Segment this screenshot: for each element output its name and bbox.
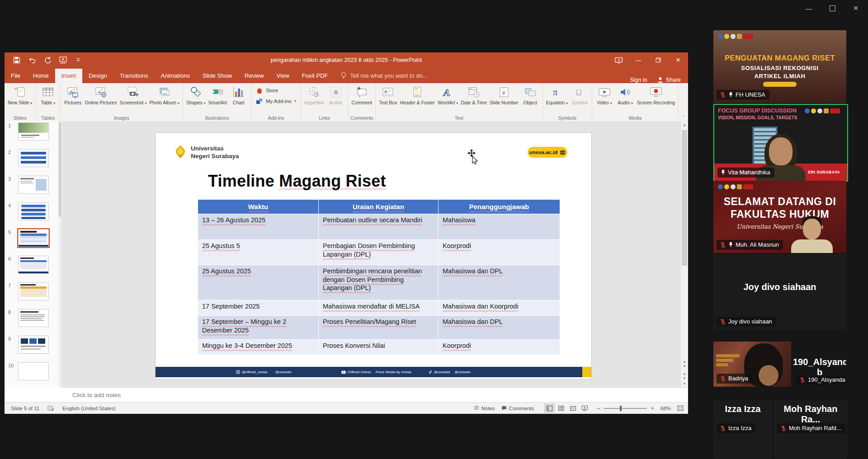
- zoom-out-icon[interactable]: −: [596, 405, 600, 412]
- tell-me-box[interactable]: Tell me what you want to do...: [334, 68, 434, 83]
- tab-home[interactable]: Home: [27, 69, 55, 83]
- slide-number-button[interactable]: #Slide Number: [488, 84, 520, 114]
- slide-thumb-preview[interactable]: [18, 282, 49, 300]
- slide-thumb-preview[interactable]: [18, 149, 49, 167]
- slide-thumbnail-2[interactable]: 2: [5, 148, 61, 174]
- video-tile-vita[interactable]: FOCUS GROUP DISCUSSIONVISION, MISSION, G…: [713, 104, 848, 182]
- slide-thumbnail-3[interactable]: 3: [5, 174, 61, 201]
- slide-thumb-preview[interactable]: [18, 336, 49, 354]
- action-button[interactable]: Action: [326, 84, 346, 114]
- video-tile-izza[interactable]: Izza IzzaIzza Izza: [713, 400, 772, 459]
- undo-icon[interactable]: [25, 54, 39, 66]
- scrollbar-thumb[interactable]: [682, 130, 687, 266]
- close-icon[interactable]: ×: [850, 4, 862, 13]
- table-button[interactable]: Table ▾: [38, 84, 58, 114]
- slide-thumb-preview[interactable]: [18, 122, 49, 141]
- symbol-button[interactable]: ΩSymbol: [569, 84, 590, 114]
- smartart-button[interactable]: SmartArt: [207, 84, 228, 114]
- slide-editing-area[interactable]: Universitas Negeri Surabaya unesa.ac.id …: [61, 121, 688, 387]
- previous-slide-icon[interactable]: ▲▲: [681, 360, 688, 367]
- equation-button[interactable]: πEquation ▾: [545, 84, 569, 114]
- screen-recording-button[interactable]: Screen Recording: [636, 84, 676, 114]
- tab-review[interactable]: Review: [238, 69, 270, 83]
- slide-thumbnail-10[interactable]: 10: [5, 361, 61, 387]
- slide-thumbnail-8[interactable]: 8: [5, 308, 61, 334]
- date-time-button[interactable]: Date & Time: [459, 84, 488, 114]
- start-slideshow-icon[interactable]: [56, 54, 70, 66]
- tab-slide-show[interactable]: Slide Show: [196, 69, 238, 83]
- object-button[interactable]: Object: [520, 84, 541, 114]
- slide-thumb-preview[interactable]: [18, 202, 49, 220]
- video-tile-alsyanda[interactable]: 190_Alsyanda b190_Alsyanda b: [793, 342, 846, 387]
- wordart-button[interactable]: AWordArt ▾: [436, 84, 459, 114]
- thumbnail-scrollbar[interactable]: [58, 121, 61, 387]
- slide-thumb-preview[interactable]: [18, 362, 49, 380]
- notes-pane[interactable]: Click to add notes: [61, 387, 688, 402]
- hyperlink-button[interactable]: Hyperlink: [303, 84, 326, 114]
- video-tile-fh-unesa[interactable]: PENGUATAN MAGANG RISETSOSIALISASI REKOGN…: [713, 30, 846, 103]
- comment-button[interactable]: Comment: [350, 84, 374, 114]
- notes-toggle[interactable]: Notes: [474, 406, 495, 411]
- slide-thumbnail-4[interactable]: 4: [5, 201, 61, 228]
- comments-toggle[interactable]: Comments: [501, 406, 534, 411]
- spellcheck-icon[interactable]: [47, 405, 54, 412]
- video-tile-joy[interactable]: Joy divo siahaanJoy divo siahaan: [713, 254, 846, 330]
- presenter-view-icon[interactable]: [609, 52, 628, 68]
- slide-thumb-preview[interactable]: [18, 309, 49, 327]
- tab-animations[interactable]: Animations: [155, 69, 196, 83]
- new-slide-button[interactable]: New Slide ▾: [6, 84, 33, 114]
- customize-qat-icon[interactable]: [71, 54, 85, 66]
- sign-in-link[interactable]: Sign in: [630, 77, 647, 83]
- video-tile-rayhan[interactable]: Moh Rayhan Ra...Moh Rayhan Rafd...: [774, 400, 847, 459]
- tab-view[interactable]: View: [270, 69, 296, 83]
- minimize-icon[interactable]: —: [803, 4, 815, 13]
- slide-thumbnail-1[interactable]: 1: [5, 121, 61, 148]
- slide-thumbnail-9[interactable]: 9: [5, 334, 61, 361]
- scroll-up-icon[interactable]: ▲: [681, 121, 688, 128]
- online-pictures-button[interactable]: Online Pictures: [83, 84, 118, 114]
- tab-foxit-pdf[interactable]: Foxit PDF: [296, 69, 335, 83]
- view-slideshow-button[interactable]: [579, 403, 590, 413]
- store-button[interactable]: Store: [253, 86, 281, 95]
- language-indicator[interactable]: English (United States): [62, 406, 116, 411]
- view-normal-button[interactable]: [544, 403, 555, 413]
- audio-button[interactable]: Audio ▾: [615, 84, 636, 114]
- video-tile-ali[interactable]: SELAMAT DATANG DIFAKULTAS HUKUMUniversit…: [713, 181, 846, 253]
- header-footer-button[interactable]: Header & Footer: [398, 84, 436, 114]
- ppt-close-icon[interactable]: ×: [668, 52, 688, 68]
- scroll-down-icon[interactable]: ▼: [681, 380, 688, 387]
- video-button[interactable]: Video ▾: [594, 84, 615, 114]
- video-tile-badriya[interactable]: Badriya: [713, 342, 791, 387]
- next-slide-icon[interactable]: ▼▼: [681, 373, 688, 380]
- slide-thumbnail-7[interactable]: 7: [5, 281, 61, 308]
- slide-thumb-preview[interactable]: [18, 256, 49, 274]
- share-button[interactable]: Share: [657, 77, 681, 83]
- tab-file[interactable]: File: [5, 69, 27, 83]
- redo-icon[interactable]: [41, 54, 54, 66]
- ppt-minimize-icon[interactable]: —: [628, 52, 648, 68]
- view-reading-button[interactable]: [567, 403, 578, 413]
- photo-album-button[interactable]: Photo Album ▾: [148, 84, 180, 114]
- slide-thumbnail-6[interactable]: 6: [5, 254, 61, 281]
- zoom-slider-thumb[interactable]: [620, 406, 622, 411]
- shapes-button[interactable]: Shapes ▾: [185, 84, 207, 114]
- slide-thumb-preview[interactable]: [18, 176, 49, 194]
- slide-thumb-preview[interactable]: [18, 229, 49, 247]
- editor-vertical-scrollbar[interactable]: ▲ ▲▲ ▼▼ ▼: [680, 121, 688, 387]
- slide-thumbnail-5[interactable]: 5: [5, 228, 61, 254]
- tab-transitions[interactable]: Transitions: [113, 69, 155, 83]
- collapse-ribbon-icon[interactable]: ⌃: [682, 114, 685, 119]
- text-box-button[interactable]: AText Box: [377, 84, 398, 114]
- zoom-percentage[interactable]: 68%: [660, 406, 671, 411]
- ppt-restore-icon[interactable]: [648, 52, 668, 68]
- zoom-slider[interactable]: − +: [596, 405, 654, 412]
- fit-slide-icon[interactable]: [677, 405, 684, 411]
- pictures-button[interactable]: Pictures: [62, 84, 83, 114]
- chart-button[interactable]: Chart: [228, 84, 249, 114]
- screenshot-button[interactable]: Screenshot ▾: [118, 84, 148, 114]
- maximize-icon[interactable]: [826, 4, 838, 13]
- tab-insert[interactable]: Insert: [55, 69, 83, 83]
- zoom-in-icon[interactable]: +: [651, 405, 654, 412]
- view-slide-sorter-button[interactable]: [556, 403, 566, 413]
- slide-canvas[interactable]: Universitas Negeri Surabaya unesa.ac.id …: [156, 133, 591, 379]
